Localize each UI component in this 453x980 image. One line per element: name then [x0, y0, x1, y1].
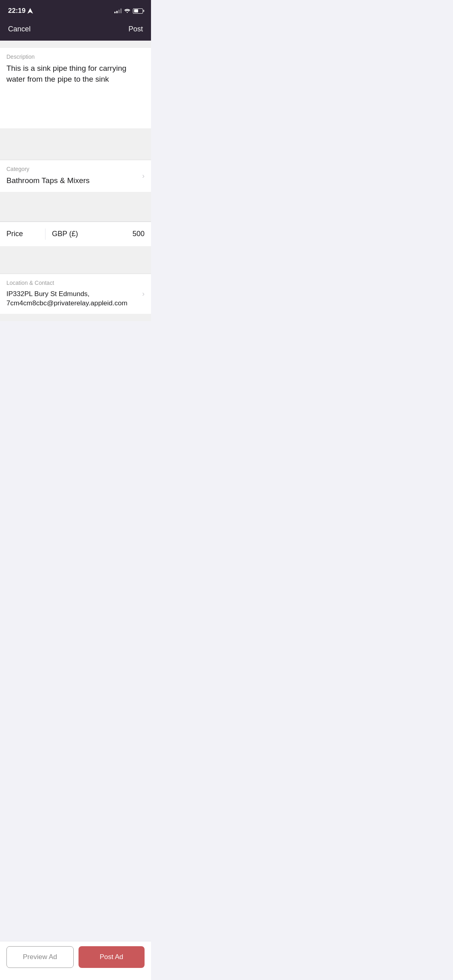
category-row[interactable]: Category Bathroom Taps & Mixers › [6, 166, 145, 186]
category-chevron-icon: › [142, 172, 145, 180]
category-label: Category [6, 166, 142, 172]
section-gap-2 [0, 128, 151, 136]
post-button[interactable]: Post [128, 25, 143, 33]
location-chevron-icon: › [142, 290, 145, 298]
location-label: Location & Contact [6, 280, 142, 286]
status-time: 22:19 [8, 7, 33, 15]
battery-icon [133, 8, 143, 14]
category-content: Category Bathroom Taps & Mixers [6, 166, 142, 186]
location-section[interactable]: Location & Contact IP332PL Bury St Edmun… [0, 274, 151, 314]
description-label: Description [6, 54, 145, 60]
description-section: Description This is a sink pipe thing fo… [0, 48, 151, 128]
price-currency: GBP (£) [52, 230, 132, 238]
price-divider [45, 229, 46, 240]
category-section[interactable]: Category Bathroom Taps & Mixers › [0, 160, 151, 192]
price-label: Price [6, 230, 39, 238]
section-gap-4b [0, 253, 151, 274]
wifi-icon [124, 8, 130, 13]
location-row[interactable]: Location & Contact IP332PL Bury St Edmun… [6, 280, 145, 309]
clock: 22:19 [8, 7, 25, 15]
status-icons [114, 8, 143, 14]
section-gap-top [0, 41, 151, 48]
section-gap-3b [0, 199, 151, 221]
section-gap-4 [0, 246, 151, 253]
section-gap-3 [0, 192, 151, 199]
signal-icon [114, 8, 122, 13]
status-bar: 22:19 [0, 0, 151, 20]
cancel-button[interactable]: Cancel [8, 25, 31, 33]
description-value[interactable]: This is a sink pipe thing for carrying w… [6, 63, 145, 84]
location-content: Location & Contact IP332PL Bury St Edmun… [6, 280, 142, 309]
location-value: IP332PL Bury St Edmunds,7cm4cm8cbc@priva… [6, 289, 142, 309]
section-gap-5 [0, 314, 151, 321]
bottom-spacer [0, 321, 151, 361]
section-gap-2b [0, 136, 151, 160]
price-value[interactable]: 500 [132, 230, 145, 238]
nav-bar: Cancel Post [0, 20, 151, 41]
navigation-icon [27, 8, 33, 14]
price-section: Price GBP (£) 500 [0, 222, 151, 246]
category-value: Bathroom Taps & Mixers [6, 175, 142, 186]
